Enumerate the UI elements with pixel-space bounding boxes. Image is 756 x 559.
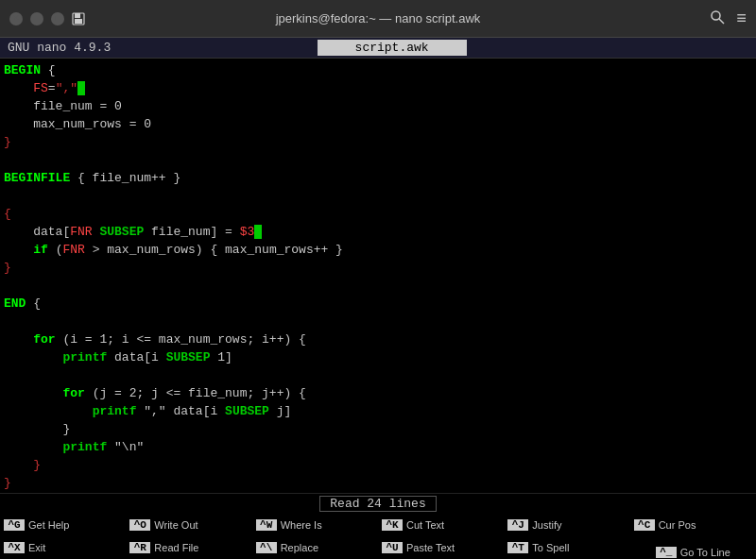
shortcut-get-help[interactable]: ^G Get Help bbox=[0, 514, 126, 536]
code-line-20: printf "," data[i SUBSEP j] bbox=[4, 403, 752, 421]
code-line-1: BEGIN { bbox=[4, 62, 752, 80]
save-icon[interactable] bbox=[72, 12, 85, 25]
shortcut-label-get-help: Get Help bbox=[28, 519, 69, 531]
shortcut-key-to-spell: ^T bbox=[507, 542, 528, 553]
nano-header: GNU nano 4.9.3 script.awk bbox=[0, 38, 756, 59]
shortcut-label-go-to-line: Go To Line bbox=[680, 547, 730, 558]
status-text: Read 24 lines bbox=[319, 496, 436, 512]
code-line-22: printf "\n" bbox=[4, 439, 752, 457]
shortcut-paste-text[interactable]: ^U Paste Text bbox=[378, 536, 504, 559]
code-line-13 bbox=[4, 278, 752, 296]
shortcut-read-file[interactable]: ^R Read File bbox=[126, 536, 251, 559]
code-line-16: for (i = 1; i <= max_num_rows; i++) { bbox=[4, 331, 752, 349]
close-button[interactable]: × bbox=[9, 12, 23, 25]
window-title: jperkins@fedora:~ — nano script.awk bbox=[276, 11, 481, 25]
code-line-21: } bbox=[4, 421, 752, 439]
shortcut-justify[interactable]: ^J Justify bbox=[504, 514, 629, 536]
shortcut-cut-text[interactable]: ^K Cut Text bbox=[378, 514, 504, 536]
shortcut-key-exit: ^X bbox=[4, 542, 25, 553]
shortcut-key-cur-pos: ^C bbox=[634, 519, 655, 531]
shortcut-key-read-file: ^R bbox=[129, 542, 150, 553]
shortcut-key-justify: ^J bbox=[507, 519, 528, 531]
editor-area[interactable]: BEGIN { FS="," file_num = 0 max_num_rows… bbox=[0, 59, 756, 493]
shortcut-key-write-out: ^O bbox=[129, 519, 150, 531]
shortcut-key-paste-text: ^U bbox=[382, 542, 403, 553]
shortcut-to-spell[interactable]: ^T To Spell bbox=[504, 536, 629, 559]
shortcut-label-exit: Exit bbox=[28, 542, 45, 553]
code-line-17: printf data[i SUBSEP 1] bbox=[4, 349, 752, 367]
code-line-23: } bbox=[4, 457, 752, 475]
maximize-button[interactable]: □ bbox=[51, 12, 64, 25]
shortcut-key-where-is: ^W bbox=[256, 519, 277, 531]
shortcut-label-cut-text: Cut Text bbox=[406, 519, 444, 531]
code-line-10: data[FNR SUBSEP file_num] = $3 bbox=[4, 224, 752, 242]
shortcut-label-replace: Replace bbox=[281, 542, 318, 553]
shortcut-key-replace: ^\ bbox=[256, 542, 277, 553]
code-line-14: END { bbox=[4, 296, 752, 313]
svg-rect-1 bbox=[75, 13, 80, 18]
shortcut-label-to-spell: To Spell bbox=[532, 542, 569, 553]
svg-line-4 bbox=[719, 19, 724, 24]
code-line-9: { bbox=[4, 206, 752, 224]
window-controls: × – □ bbox=[9, 12, 85, 25]
shortcut-write-out[interactable]: ^O Write Out bbox=[126, 514, 251, 536]
code-line-18 bbox=[4, 367, 752, 385]
title-bar-actions: ≡ bbox=[710, 9, 747, 28]
svg-rect-2 bbox=[75, 19, 82, 24]
code-line-6 bbox=[4, 152, 752, 170]
code-line-12: } bbox=[4, 260, 752, 278]
code-line-4: max_num_rows = 0 bbox=[4, 116, 752, 134]
title-bar: × – □ jperkins@fedora:~ — nano script.aw… bbox=[0, 0, 756, 38]
shortcut-label-paste-text: Paste Text bbox=[406, 542, 455, 553]
shortcut-exit[interactable]: ^X Exit bbox=[0, 536, 126, 559]
shortcut-label-justify: Justify bbox=[532, 519, 561, 531]
shortcut-go-to-line[interactable]: ^_ Go To Line M-U Undo bbox=[630, 536, 756, 559]
code-line-3: file_num = 0 bbox=[4, 98, 752, 116]
code-line-7: BEGINFILE { file_num++ } bbox=[4, 170, 752, 188]
code-line-11: if (FNR > max_num_rows) { max_num_rows++… bbox=[4, 242, 752, 260]
shortcut-label-read-file: Read File bbox=[154, 542, 198, 553]
menu-icon[interactable]: ≡ bbox=[736, 9, 747, 28]
nano-filename: script.awk bbox=[318, 40, 467, 56]
shortcut-key-cut-text: ^K bbox=[382, 519, 403, 531]
shortcut-cur-pos[interactable]: ^C Cur Pos bbox=[630, 514, 756, 536]
status-bar: Read 24 lines bbox=[0, 493, 756, 514]
shortcut-replace[interactable]: ^\ Replace bbox=[252, 536, 378, 559]
shortcut-label-write-out: Write Out bbox=[154, 519, 198, 531]
shortcut-label-cur-pos: Cur Pos bbox=[659, 519, 696, 531]
shortcut-where-is[interactable]: ^W Where Is bbox=[252, 514, 378, 536]
shortcut-label-where-is: Where Is bbox=[281, 519, 322, 531]
nano-version: GNU nano 4.9.3 bbox=[8, 41, 111, 55]
shortcut-bar: ^G Get Help ^O Write Out ^W Where Is ^K … bbox=[0, 514, 756, 559]
code-line-8 bbox=[4, 188, 752, 206]
code-line-15 bbox=[4, 313, 752, 331]
code-line-24: } bbox=[4, 475, 752, 493]
code-line-5: } bbox=[4, 134, 752, 152]
code-line-2: FS="," bbox=[4, 80, 752, 98]
svg-point-3 bbox=[712, 11, 720, 20]
code-line-19: for (j = 2; j <= file_num; j++) { bbox=[4, 385, 752, 403]
minimize-button[interactable]: – bbox=[30, 12, 43, 25]
shortcut-key-get-help: ^G bbox=[4, 519, 25, 531]
search-icon[interactable] bbox=[710, 9, 725, 28]
shortcut-key-go-to-line: ^_ bbox=[656, 547, 677, 558]
